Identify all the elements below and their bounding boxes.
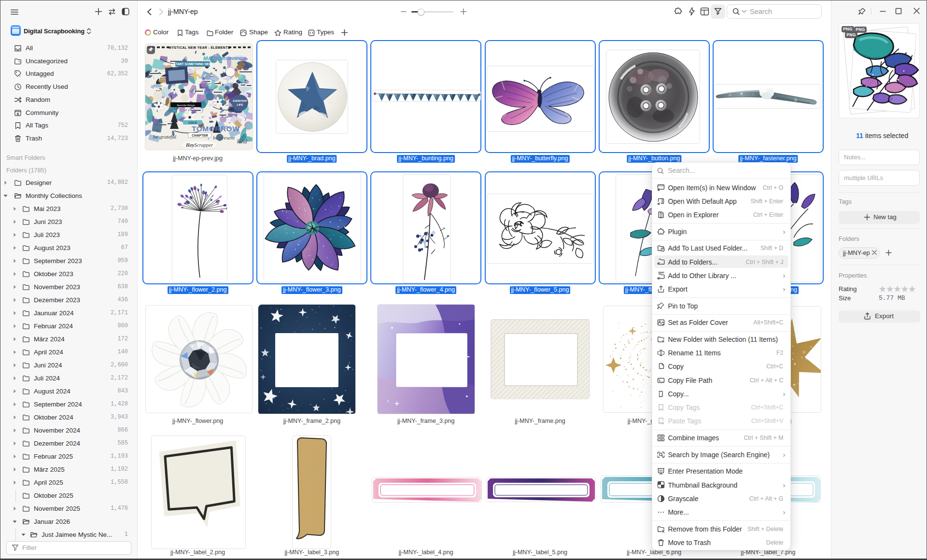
svg-text:COLD: COLD bbox=[189, 121, 197, 124]
svg-text:MAGIC: MAGIC bbox=[203, 56, 222, 61]
svg-text:LIFE: LIFE bbox=[237, 103, 243, 106]
svg-text:TOMORROW: TOMORROW bbox=[192, 125, 239, 133]
svg-text:BEGINNINGS: BEGINNINGS bbox=[220, 56, 246, 61]
svg-text:favorite things: favorite things bbox=[177, 103, 195, 106]
svg-text:EVERYDAY: EVERYDAY bbox=[233, 99, 247, 102]
svg-text:kind: kind bbox=[237, 138, 248, 145]
svg-text:?: ? bbox=[19, 74, 21, 78]
svg-text:be grateful: be grateful bbox=[153, 134, 176, 140]
svg-text:?: ? bbox=[18, 60, 20, 63]
svg-text:MYSTICAL NEW YEAR - ELEMENTS: MYSTICAL NEW YEAR - ELEMENTS bbox=[169, 45, 230, 49]
svg-text:CHAPTER: CHAPTER bbox=[192, 134, 208, 137]
svg-text:START SOMETHING NEW: START SOMETHING NEW bbox=[174, 62, 212, 66]
svg-text:be present: be present bbox=[213, 135, 235, 140]
svg-text:HeyScrapper: HeyScrapper bbox=[185, 142, 213, 147]
